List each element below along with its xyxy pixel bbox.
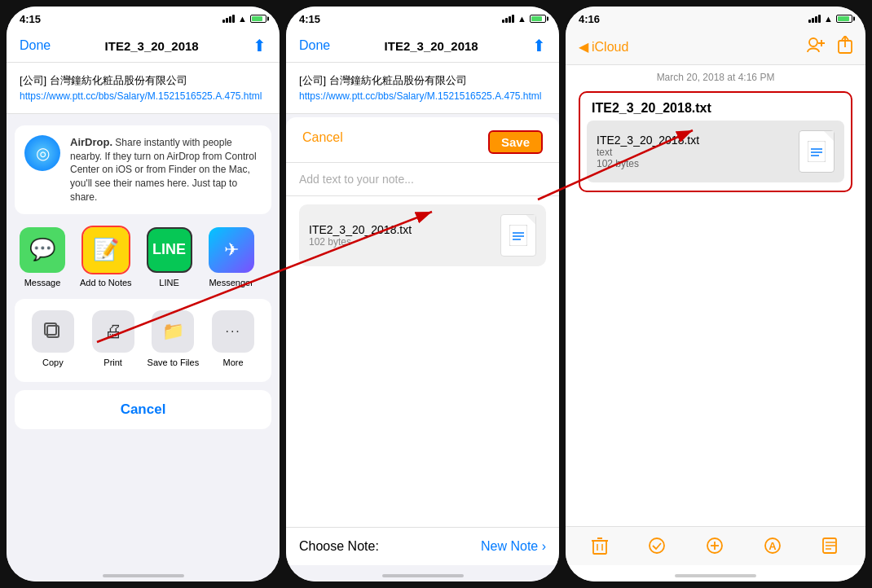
app-item-line[interactable]: LINE LINE xyxy=(145,227,194,287)
new-note-button[interactable]: New Note › xyxy=(481,539,546,554)
icloud-file-highlighted: ITE2_3_20_2018.txt ITE2_3_20_2018.txt te… xyxy=(579,91,852,192)
nav-title-1: ITE2_3_20_2018 xyxy=(105,39,199,53)
svg-text:A: A xyxy=(769,540,777,552)
attachment-name: ITE2_3_20_2018.txt xyxy=(309,223,492,236)
content-area-1: [公司] 台灣鐘紡化粧品股份有限公司 https://www.ptt.cc/bb… xyxy=(7,63,280,114)
share-button-1[interactable]: ⬆ xyxy=(253,36,266,55)
status-bar-3: 4:16 ▲ xyxy=(566,7,865,29)
nav-bar-2: Done ITE2_3_20_2018 ⬆ xyxy=(286,29,559,63)
home-indicator-1 xyxy=(7,565,280,581)
share2-button[interactable]: A xyxy=(764,537,782,559)
icloud-header: ◀ iCloud xyxy=(566,29,865,65)
home-bar-2 xyxy=(382,574,464,577)
svg-rect-15 xyxy=(593,541,606,554)
done-button-2[interactable]: Done xyxy=(299,38,330,53)
delete-button[interactable] xyxy=(592,537,608,559)
app-label-notes: Add to Notes xyxy=(80,278,132,287)
home-indicator-2 xyxy=(286,565,559,581)
battery-icon-3 xyxy=(836,15,852,23)
notes-cancel-button[interactable]: Cancel xyxy=(302,130,343,154)
icloud-file-thumbnail xyxy=(799,130,835,173)
icloud-header-actions xyxy=(807,36,852,58)
icloud-file-details: ITE2_3_20_2018.txt text 102 bytes xyxy=(597,134,791,169)
url-2[interactable]: https://www.ptt.cc/bbs/Salary/M.15215165… xyxy=(299,89,546,103)
action-row: Copy 🖨 Print 📁 Save to Files ··· More xyxy=(15,299,271,382)
done-button-1[interactable]: Done xyxy=(20,38,51,53)
action-label-print: Print xyxy=(103,358,122,367)
notes-placeholder[interactable]: Add text to your note... xyxy=(286,163,559,196)
airdrop-text: AirDrop. Share instantly with people nea… xyxy=(70,135,262,204)
svg-rect-2 xyxy=(509,225,527,246)
icloud-date: March 20, 2018 at 4:16 PM xyxy=(566,65,865,86)
messages-icon: 💬 xyxy=(20,227,65,273)
notes-empty-space xyxy=(286,274,559,528)
nav-bar-1: Done ITE2_3_20_2018 ⬆ xyxy=(7,29,280,63)
phone-2: 4:15 ▲ Done ITE2_3_20_2018 ⬆ [公司] 台灣鐘紡化粧… xyxy=(286,7,559,581)
notes-overlay: Cancel Save Add text to your note... ITE… xyxy=(286,117,559,566)
airdrop-icon: ◎ xyxy=(24,135,60,171)
action-copy[interactable]: Copy xyxy=(23,302,83,375)
time-1: 4:15 xyxy=(20,13,41,25)
time-3: 4:16 xyxy=(579,13,600,25)
share-button-3[interactable] xyxy=(838,36,852,58)
icloud-file-title: ITE2_3_20_2018.txt xyxy=(580,93,851,121)
notes-attachment: ITE2_3_20_2018.txt 102 bytes xyxy=(299,204,546,266)
status-bar-2: 4:15 ▲ xyxy=(286,7,559,29)
choose-note-label: Choose Note: xyxy=(299,539,379,554)
nav-title-2: ITE2_3_20_2018 xyxy=(385,39,478,53)
url-1[interactable]: https://www.ptt.cc/bbs/Salary/M.15215165… xyxy=(20,89,266,103)
home-bar-1 xyxy=(103,574,184,577)
app-item-messenger[interactable]: ✈ Messenger xyxy=(207,227,256,287)
compose-button[interactable] xyxy=(821,537,839,559)
cancel-button-1[interactable]: Cancel xyxy=(15,390,271,429)
action-label-copy: Copy xyxy=(42,358,64,367)
icloud-file-name: ITE2_3_20_2018.txt xyxy=(597,134,791,147)
action-label-save-files: Save to Files xyxy=(148,358,200,367)
battery-icon-2 xyxy=(530,15,546,23)
attachment-size: 102 bytes xyxy=(309,236,492,248)
icloud-file-size: 102 bytes xyxy=(597,158,791,169)
more-icon: ··· xyxy=(212,310,254,353)
home-indicator-3 xyxy=(566,565,865,581)
action-print[interactable]: 🖨 Print xyxy=(83,302,143,375)
icloud-spacer xyxy=(566,197,865,526)
wifi-icon-3: ▲ xyxy=(824,14,833,24)
airdrop-section: ◎ AirDrop. Share instantly with people n… xyxy=(15,125,271,214)
icloud-file-type: text xyxy=(597,147,791,158)
action-more[interactable]: ··· More xyxy=(203,302,263,375)
content-area-2: [公司] 台灣鐘紡化粧品股份有限公司 https://www.ptt.cc/bb… xyxy=(286,63,559,114)
app-label-messenger: Messenger xyxy=(209,278,253,287)
line-icon: LINE xyxy=(147,227,192,273)
attachment-file-icon xyxy=(500,214,536,257)
company-name-2: [公司] 台灣鐘紡化粧品股份有限公司 xyxy=(299,72,546,89)
notes-icon: 📝 xyxy=(83,227,129,273)
status-icons-1: ▲ xyxy=(222,14,266,24)
signal-icon-2 xyxy=(502,15,514,23)
icloud-file-card: ITE2_3_20_2018.txt text 102 bytes xyxy=(587,121,844,182)
print-icon: 🖨 xyxy=(92,310,134,353)
icloud-back-label: iCloud xyxy=(592,40,628,55)
app-item-notes[interactable]: 📝 Add to Notes xyxy=(80,227,132,287)
save-files-icon: 📁 xyxy=(152,310,194,353)
status-bar-1: 4:15 ▲ xyxy=(7,7,280,29)
company-name-1: [公司] 台灣鐘紡化粧品股份有限公司 xyxy=(20,72,266,89)
action-save-files[interactable]: 📁 Save to Files xyxy=(143,302,204,375)
notes-choose-note: Choose Note: New Note › xyxy=(286,527,559,565)
add-button[interactable] xyxy=(706,537,724,559)
app-item-message[interactable]: 💬 Message xyxy=(18,227,67,287)
status-icons-3: ▲ xyxy=(808,14,852,24)
svg-point-6 xyxy=(809,38,817,46)
app-label-message: Message xyxy=(24,278,61,287)
add-contact-button[interactable] xyxy=(807,37,825,57)
checkmark-button[interactable] xyxy=(648,537,666,559)
notes-save-button[interactable]: Save xyxy=(488,130,543,154)
icloud-back-button[interactable]: ◀ iCloud xyxy=(579,39,628,55)
battery-icon-1 xyxy=(250,15,266,23)
signal-icon-3 xyxy=(808,15,821,23)
share-button-2[interactable]: ⬆ xyxy=(532,36,546,55)
svg-rect-11 xyxy=(808,141,826,162)
action-label-more: More xyxy=(223,358,244,367)
wifi-icon-2: ▲ xyxy=(517,14,526,24)
status-icons-2: ▲ xyxy=(502,14,546,24)
attachment-info: ITE2_3_20_2018.txt 102 bytes xyxy=(309,223,492,248)
